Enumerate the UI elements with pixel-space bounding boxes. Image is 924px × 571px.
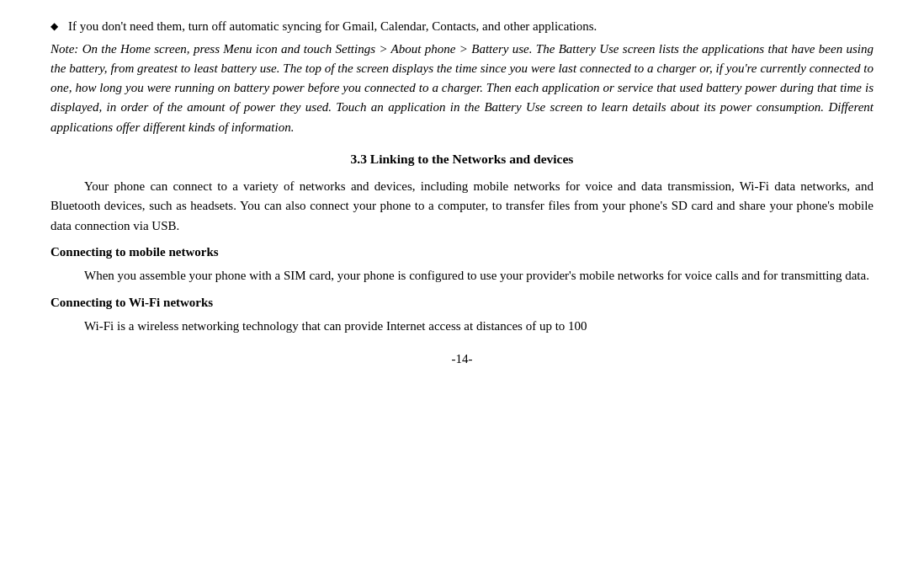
paragraph-1: Your phone can connect to a variety of n… — [50, 177, 874, 236]
note-text: Note: On the Home screen, press Menu ico… — [50, 40, 874, 137]
bullet-item: ◆ If you don't need them, turn off autom… — [50, 17, 874, 36]
section-title: Linking to the Networks and devices — [370, 152, 574, 166]
paragraph-2: When you assemble your phone with a SIM … — [50, 266, 874, 286]
heading-mobile-networks: Connecting to mobile networks — [50, 243, 874, 262]
bullet-main-text: If you don't need them, turn off automat… — [68, 17, 874, 36]
paragraph-3: Wi-Fi is a wireless networking technolog… — [50, 317, 874, 336]
bullet-diamond-icon: ◆ — [50, 19, 58, 34]
section-heading: 3.3 Linking to the Networks and devices — [50, 149, 874, 168]
page-number: -14- — [50, 350, 874, 369]
heading-wifi-networks: Connecting to Wi-Fi networks — [50, 293, 874, 312]
section-number: 3.3 — [351, 152, 367, 166]
